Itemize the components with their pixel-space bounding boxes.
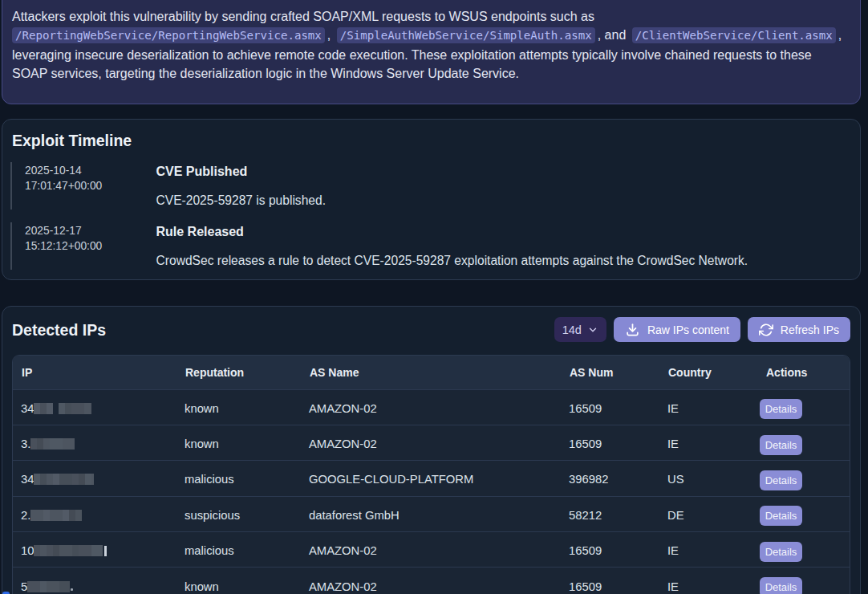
description-line: Attackers exploit this vulnerability by …	[12, 7, 841, 26]
ip-redacted	[27, 581, 70, 592]
details-button[interactable]: Details	[760, 435, 802, 455]
timeline-title: Exploit Timeline	[12, 130, 850, 151]
refresh-ips-button[interactable]: Refresh IPs	[748, 317, 850, 342]
timeline-event-time: 17:01:47+00:00	[25, 178, 156, 193]
column-header-as-name: AS Name	[301, 356, 561, 389]
cell-as-num: 16509	[561, 532, 659, 568]
endpoint-code: /ReportingWebService/ReportingWebService…	[12, 27, 325, 43]
cell-country: IE	[659, 568, 757, 594]
details-button[interactable]: Details	[760, 399, 802, 419]
period-select[interactable]: 14d	[554, 317, 606, 342]
description-line: SOAP services, targeting the deserializa…	[12, 64, 841, 83]
cell-reputation: known	[176, 568, 301, 594]
cell-as-num: 396982	[561, 461, 659, 496]
ip-redacted	[34, 403, 91, 414]
timeline-event: 2025-10-1417:01:47+00:00CVE PublishedCVE…	[10, 162, 851, 210]
table-row: 2.suspiciousdataforest GmbH58212DEDetail…	[13, 496, 850, 531]
description-line: leveraging insecure deserialization to a…	[12, 46, 841, 64]
cell-as-name: AMAZON-02	[301, 389, 561, 425]
cell-ip: 5	[13, 568, 176, 594]
details-button[interactable]: Details	[760, 542, 802, 562]
cell-ip: 10	[13, 532, 176, 568]
description-text: ,	[838, 28, 842, 42]
detected-ips-title: Detected IPs	[12, 319, 106, 340]
detected-ips-card: Detected IPs 14d Raw IPs content Refresh…	[2, 306, 861, 594]
timeline-event-datetime: 2025-12-1715:12:12+00:00	[10, 222, 156, 270]
table-row: 34knownAMAZON-0216509IEDetails	[13, 389, 850, 425]
endpoint-code: /SimpleAuthWebService/SimpleAuth.asmx	[337, 27, 595, 43]
timeline-event: 2025-12-1715:12:12+00:00Rule ReleasedCro…	[10, 222, 851, 270]
exploit-timeline-card: Exploit Timeline 2025-10-1417:01:47+00:0…	[2, 119, 861, 280]
cell-as-name: AMAZON-02	[301, 532, 561, 568]
table-row: 34maliciousGOOGLE-CLOUD-PLATFORM396982US…	[13, 461, 850, 496]
description-text: SOAP services, targeting the deserializa…	[12, 67, 519, 80]
column-header-ip: IP	[13, 356, 176, 389]
cell-as-name: GOOGLE-CLOUD-PLATFORM	[301, 461, 561, 496]
timeline-event-time: 15:12:12+00:00	[25, 238, 156, 254]
table-row: 5knownAMAZON-0216509IEDetails	[13, 568, 850, 594]
details-button[interactable]: Details	[760, 470, 802, 490]
vulnerability-description: Attackers exploit this vulnerability by …	[12, 7, 841, 83]
cell-reputation: suspicious	[176, 496, 301, 531]
cell-as-num: 16509	[561, 389, 659, 425]
cell-as-num: 16509	[561, 568, 659, 594]
cell-reputation: known	[176, 425, 301, 460]
chevron-down-icon	[587, 324, 598, 336]
cell-as-name: AMAZON-02	[301, 425, 561, 460]
cell-actions: Details	[757, 532, 850, 568]
ip-prefix: 34	[21, 473, 34, 486]
ip-redacted	[30, 510, 82, 521]
timeline-event-date: 2025-12-17	[25, 223, 156, 238]
cell-country: DE	[659, 496, 757, 531]
ip-prefix: 5	[21, 580, 27, 593]
ip-redacted	[34, 474, 94, 485]
table-row: 10maliciousAMAZON-0216509IEDetails	[13, 532, 850, 568]
cell-ip: 2.	[13, 496, 176, 531]
download-icon	[625, 322, 640, 337]
description-card: Attackers exploit this vulnerability by …	[2, 0, 861, 104]
cell-country: US	[659, 461, 757, 496]
ip-prefix: 10	[21, 544, 34, 557]
cell-ip: 34	[13, 461, 176, 496]
raw-ips-content-button[interactable]: Raw IPs content	[614, 317, 740, 342]
ip-prefix: 2.	[21, 509, 30, 522]
description-text: Attackers exploit this vulnerability by …	[12, 10, 594, 23]
cell-reputation: malicious	[176, 532, 301, 568]
timeline-event-datetime: 2025-10-1417:01:47+00:00	[10, 162, 156, 210]
column-header-reputation: Reputation	[176, 356, 301, 389]
cell-as-num: 16509	[561, 425, 659, 460]
ip-redacted	[30, 438, 75, 450]
cell-reputation: known	[176, 389, 301, 425]
cell-actions: Details	[757, 425, 850, 460]
cell-as-num: 58212	[561, 496, 659, 531]
timeline-event-title: CVE Published	[156, 162, 851, 181]
cell-actions: Details	[757, 461, 850, 496]
details-button[interactable]: Details	[760, 506, 802, 526]
refresh-icon	[759, 323, 773, 337]
ip-suffix	[104, 546, 107, 556]
cell-country: IE	[659, 532, 757, 568]
raw-ips-content-label: Raw IPs content	[647, 323, 729, 336]
cell-reputation: malicious	[176, 461, 301, 496]
ip-prefix: 34	[21, 402, 34, 415]
cell-country: IE	[659, 389, 757, 425]
cell-actions: Details	[757, 389, 850, 425]
table-header-row: IPReputationAS NameAS NumCountryActions	[13, 356, 850, 389]
column-header-actions: Actions	[757, 356, 850, 389]
ip-suffix	[71, 588, 73, 591]
cell-as-name: AMAZON-02	[301, 568, 561, 594]
cell-actions: Details	[757, 496, 850, 531]
ip-prefix: 3.	[21, 437, 30, 450]
detected-ips-table: IPReputationAS NameAS NumCountryActions …	[12, 355, 850, 594]
details-button[interactable]: Details	[760, 577, 802, 594]
cell-country: IE	[659, 425, 757, 460]
timeline-events: 2025-10-1417:01:47+00:00CVE PublishedCVE…	[10, 162, 851, 270]
description-text: ,	[327, 28, 335, 42]
timeline-event-description: CVE-2025-59287 is published.	[156, 192, 851, 210]
period-select-value: 14d	[562, 323, 582, 336]
refresh-ips-label: Refresh IPs	[781, 323, 839, 336]
table-row: 3.knownAMAZON-0216509IEDetails	[13, 425, 850, 460]
column-header-as-num: AS Num	[561, 356, 659, 389]
cell-as-name: dataforest GmbH	[301, 496, 561, 531]
timeline-event-title: Rule Released	[156, 222, 851, 241]
